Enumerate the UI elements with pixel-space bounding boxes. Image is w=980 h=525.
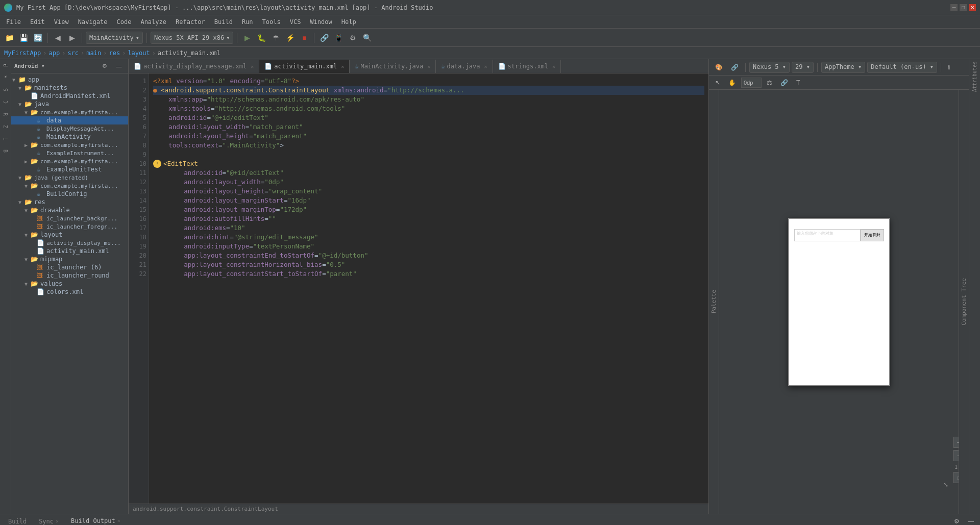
tree-item-displaymessage[interactable]: ☕ DisplayMessageAct...: [11, 124, 128, 133]
tree-item-colors[interactable]: 📄 colors.xml: [11, 288, 128, 296]
breadcrumb-src[interactable]: src: [67, 49, 79, 57]
sync-button[interactable]: 🔄: [32, 32, 44, 44]
tree-item-ic-launcher[interactable]: 🖼 ic_launcher (6): [11, 263, 128, 271]
menu-refactor[interactable]: Refactor: [172, 17, 209, 27]
z-structure-icon[interactable]: Z: [2, 122, 10, 131]
profile-button[interactable]: ⚡: [284, 32, 296, 44]
design-cursor-btn[interactable]: ↖: [712, 78, 723, 87]
tree-item-mipmap[interactable]: ▼ 📂 mipmap: [11, 255, 128, 263]
menu-code[interactable]: Code: [113, 17, 136, 27]
tree-item-data[interactable]: ☕ data: [11, 116, 128, 124]
build-output-close-icon[interactable]: ✕: [117, 518, 120, 523]
menu-build[interactable]: Build: [210, 17, 237, 27]
tree-item-java-generated[interactable]: ▼ 📂 java (generated): [11, 173, 128, 182]
breadcrumb-layout[interactable]: layout: [128, 49, 150, 57]
tab-activity-main[interactable]: 📄 activity_main.xml ✕: [259, 60, 350, 73]
menu-vcs[interactable]: VCS: [286, 17, 305, 27]
menu-file[interactable]: File: [2, 17, 25, 27]
breadcrumb-main[interactable]: main: [86, 49, 101, 57]
tree-item-drawable[interactable]: ▼ 📂 drawable: [11, 206, 128, 214]
back-button[interactable]: ◀: [52, 32, 64, 44]
tab-close-3[interactable]: ✕: [427, 64, 430, 69]
main-activity-dropdown[interactable]: MainActivity ▾: [86, 32, 143, 44]
tree-item-app[interactable]: ▼ 📁 app: [11, 76, 128, 84]
build-variants-icon[interactable]: B: [2, 147, 10, 155]
tree-item-pkg2[interactable]: ▶ 📂 com.example.myfirsta...: [11, 141, 128, 149]
favorites-icon[interactable]: ★: [2, 73, 10, 82]
attributes-icon[interactable]: Attributes: [972, 61, 977, 92]
tree-item-values[interactable]: ▼ 📂 values: [11, 280, 128, 288]
sync-close-icon[interactable]: ✕: [56, 518, 59, 524]
tab-data-java[interactable]: ☕ data.java ✕: [436, 60, 493, 73]
structure-icon[interactable]: S: [2, 86, 10, 94]
stop-button[interactable]: ■: [298, 32, 310, 44]
design-info-btn[interactable]: ℹ: [945, 63, 953, 72]
bottom-close-button[interactable]: —: [965, 515, 977, 526]
layout-variants-icon[interactable]: L: [2, 135, 10, 143]
design-theme-dropdown[interactable]: AppTheme ▾: [821, 62, 865, 73]
close-button[interactable]: ✕: [969, 4, 976, 11]
tree-item-layout[interactable]: ▼ 📂 layout: [11, 231, 128, 239]
new-button[interactable]: 📁: [3, 32, 15, 44]
design-constraint-btn[interactable]: 🔗: [728, 63, 742, 72]
tree-item-ic-launcher-fg[interactable]: 🖼 ic_launcher_foregr...: [11, 222, 128, 231]
design-device-dropdown[interactable]: Nexus 5 ▾: [749, 62, 790, 73]
tree-item-exampleinstrument[interactable]: ☕ ExampleInstrument...: [11, 149, 128, 157]
design-canvas[interactable]: Palette 输入您想占卜的对象 开始算卦 ⤡: [709, 90, 969, 514]
menu-run[interactable]: Run: [238, 17, 257, 27]
bottom-tab-sync[interactable]: Sync ✕: [34, 515, 64, 526]
tree-item-pkg1[interactable]: ▼ 📂 com.example.myfirsta...: [11, 108, 128, 116]
menu-edit[interactable]: Edit: [26, 17, 49, 27]
tree-item-pkg-gen[interactable]: ▼ 📂 com.example.myfirsta...: [11, 182, 128, 190]
sdk-button[interactable]: ⚙: [347, 32, 359, 44]
tree-item-ic-launcher-round[interactable]: 🖼 ic_launcher_round: [11, 271, 128, 280]
tree-item-buildconfig[interactable]: ☕ BuildConfig: [11, 190, 128, 198]
tree-item-activity-display[interactable]: 📄 activity_display_me...: [11, 239, 128, 247]
search-button[interactable]: 🔍: [361, 32, 373, 44]
open-button[interactable]: 💾: [17, 32, 30, 44]
tree-item-java[interactable]: ▼ 📂 java: [11, 100, 128, 108]
breadcrumb-myfirstapp[interactable]: MyFirstApp: [4, 49, 41, 57]
tab-close-1[interactable]: ✕: [251, 64, 254, 69]
design-locale-dropdown[interactable]: Default (en-us) ▾: [867, 62, 937, 73]
breadcrumb-app[interactable]: app: [48, 49, 60, 57]
breadcrumb-file[interactable]: activity_main.xml: [158, 49, 220, 57]
design-api-dropdown[interactable]: 29 ▾: [792, 62, 814, 73]
forward-button[interactable]: ▶: [66, 32, 78, 44]
tab-close-2[interactable]: ✕: [341, 64, 344, 69]
tree-item-activity-main[interactable]: 📄 activity_main.xml: [11, 247, 128, 255]
device-dropdown[interactable]: Nexus 5X API 29 x86 ▾: [151, 32, 234, 44]
bottom-settings-button[interactable]: ⚙: [950, 515, 963, 526]
resource-manager-icon[interactable]: R: [2, 110, 10, 118]
menu-view[interactable]: View: [50, 17, 73, 27]
tree-item-exampleunit[interactable]: ☕ ExampleUnitTest: [11, 165, 128, 173]
tree-item-androidmanifest[interactable]: 📄 AndroidManifest.xml: [11, 92, 128, 100]
bottom-tab-build-output[interactable]: Build Output ✕: [66, 515, 126, 526]
tab-close-4[interactable]: ✕: [484, 64, 487, 69]
design-connect-btn[interactable]: 🔗: [777, 78, 791, 87]
captures-icon[interactable]: C: [2, 98, 10, 106]
design-align-btn[interactable]: ⚖: [764, 78, 775, 87]
design-palette-btn[interactable]: 🎨: [712, 63, 726, 72]
design-bias-input[interactable]: [741, 78, 762, 88]
menu-navigate[interactable]: Navigate: [74, 17, 112, 27]
tab-activity-display[interactable]: 📄 activity_display_message.xml ✕: [129, 60, 259, 73]
tab-strings-xml[interactable]: 📄 strings.xml ✕: [493, 60, 561, 73]
design-panning-btn[interactable]: ✋: [725, 78, 739, 87]
tree-item-pkg3[interactable]: ▶ 📂 com.example.myfirsta...: [11, 157, 128, 165]
coverage-button[interactable]: ☂: [270, 32, 282, 44]
sync-gradle-button[interactable]: 🔗: [318, 32, 330, 44]
menu-window[interactable]: Window: [306, 17, 336, 27]
breadcrumb-res[interactable]: res: [109, 49, 120, 57]
code-editor[interactable]: 12345 678910 1112131415 1617181920 2122 …: [129, 73, 708, 504]
project-collapse-button[interactable]: —: [113, 60, 125, 72]
project-icon[interactable]: P: [2, 61, 10, 69]
tab-close-5[interactable]: ✕: [552, 64, 555, 69]
run-button[interactable]: ▶: [241, 32, 253, 44]
design-text-btn[interactable]: T: [793, 78, 803, 87]
restore-button[interactable]: □: [960, 4, 967, 11]
minimize-button[interactable]: ─: [950, 4, 958, 11]
avd-button[interactable]: 📱: [332, 32, 345, 44]
menu-help[interactable]: Help: [337, 17, 360, 27]
tree-item-ic-launcher-bg[interactable]: 🖼 ic_launcher_backgr...: [11, 214, 128, 222]
